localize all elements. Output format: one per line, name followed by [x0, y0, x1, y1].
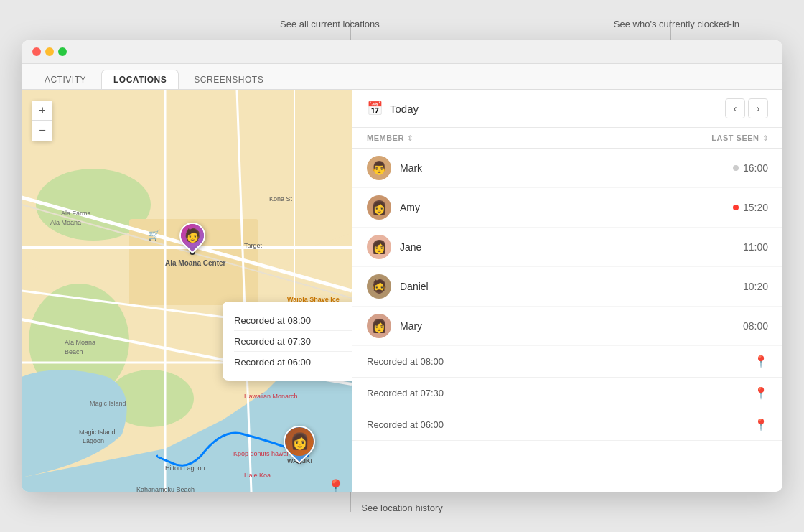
- marker-amy[interactable]: 👩: [284, 426, 315, 464]
- marker-green[interactable]: 📍: [326, 479, 345, 492]
- svg-text:Lagoon: Lagoon: [83, 437, 104, 444]
- marker-shop: 🛒: [148, 229, 160, 241]
- member-row-jane[interactable]: 👩 Jane 11:00: [352, 228, 782, 267]
- member-row-amy[interactable]: 👩 Amy 15:20: [352, 188, 782, 228]
- svg-text:Kahanamoku Beach: Kahanamoku Beach: [136, 486, 195, 492]
- map-popup: Recorded at 08:00 📍 Recorded at 07:30 📍 …: [223, 302, 352, 381]
- recorded-pin-3: 📍: [754, 418, 768, 431]
- svg-text:Target: Target: [244, 242, 263, 249]
- traffic-light-red[interactable]: [32, 47, 41, 56]
- zoom-in-button[interactable]: +: [32, 101, 52, 121]
- sort-icon-last-seen[interactable]: ⇕: [762, 134, 769, 142]
- main-content: Ala Farms Ala Moana Ala Moana Center Ala…: [22, 90, 782, 492]
- svg-text:Hale Koa: Hale Koa: [244, 472, 271, 479]
- recorded-label-1: Recorded at 08:00: [367, 356, 444, 367]
- popup-row-2[interactable]: Recorded at 07:30 📍: [234, 330, 352, 351]
- status-mark: [733, 165, 739, 171]
- right-panel: 📅 Today ‹ › MEMBER ⇕ LAST SEEN: [352, 90, 782, 492]
- time-daniel: 10:20: [743, 281, 768, 292]
- time-amy: 15:20: [733, 202, 768, 213]
- svg-text:Ala Moana: Ala Moana: [50, 219, 81, 226]
- tab-locations[interactable]: Locations: [101, 70, 179, 89]
- avatar-mark: 👨: [367, 156, 391, 180]
- time-mary: 08:00: [743, 320, 768, 332]
- popup-pin-1: 📍: [350, 314, 352, 326]
- avatar-amy: 👩: [367, 195, 391, 220]
- popup-row-1[interactable]: Recorded at 08:00 📍: [234, 310, 352, 330]
- today-label: Today: [390, 103, 419, 115]
- date-selector: 📅 Today: [367, 101, 419, 116]
- annotation-bottom: See location history: [361, 503, 442, 513]
- popup-row-3[interactable]: Recorded at 06:00 📍: [234, 351, 352, 372]
- svg-text:Beach: Beach: [65, 348, 83, 355]
- avatar-daniel: 🧔: [367, 274, 391, 299]
- members-table: 👨 Mark 16:00 👩 Amy 15:20: [352, 149, 782, 492]
- name-daniel: Daniel: [400, 281, 743, 292]
- svg-text:Kpop donuts hawaii: Kpop donuts hawaii: [233, 450, 290, 457]
- name-mark: Mark: [400, 162, 733, 174]
- name-amy: Amy: [400, 202, 733, 213]
- svg-text:Kona St: Kona St: [269, 195, 293, 202]
- avatar-jane: 👩: [367, 235, 391, 259]
- member-row-daniel[interactable]: 🧔 Daniel 10:20: [352, 267, 782, 307]
- member-row-mark[interactable]: 👨 Mark 16:00: [352, 149, 782, 188]
- annotation-top-right: See who's currently clocked-in: [614, 19, 739, 29]
- svg-text:Magic Island: Magic Island: [90, 400, 126, 407]
- sort-icon-member[interactable]: ⇕: [407, 134, 413, 142]
- svg-text:Ala Moana: Ala Moana: [65, 339, 95, 346]
- right-header: 📅 Today ‹ ›: [352, 90, 782, 128]
- name-mary: Mary: [400, 320, 743, 332]
- popup-pin-3: 📍: [350, 356, 352, 368]
- recorded-row-1[interactable]: Recorded at 08:00 📍: [352, 346, 782, 378]
- traffic-light-yellow[interactable]: [45, 47, 54, 56]
- recorded-label-3: Recorded at 06:00: [367, 419, 444, 430]
- traffic-light-green[interactable]: [58, 47, 67, 56]
- outer-wrapper: See all current locations See who's curr…: [22, 40, 782, 492]
- popup-label-3: Recorded at 06:00: [234, 357, 311, 368]
- time-mark: 16:00: [733, 162, 768, 174]
- next-button[interactable]: ›: [748, 98, 768, 118]
- tab-bar: ACTIVITY Locations Screenshots: [22, 64, 782, 90]
- svg-text:Hawaiian Monarch: Hawaiian Monarch: [244, 393, 298, 400]
- recorded-pin-1: 📍: [754, 355, 768, 368]
- nav-buttons: ‹ ›: [725, 98, 768, 118]
- title-bar: [22, 40, 782, 64]
- app-window: ACTIVITY Locations Screenshots: [22, 40, 782, 492]
- recorded-row-3[interactable]: Recorded at 06:00 📍: [352, 409, 782, 441]
- svg-text:Ala Farms: Ala Farms: [61, 210, 91, 217]
- recorded-pin-2: 📍: [754, 386, 768, 400]
- col-last-seen-header: LAST SEEN ⇕: [711, 134, 768, 142]
- zoom-out-button[interactable]: −: [32, 121, 52, 141]
- svg-text:Hilton Lagoon: Hilton Lagoon: [165, 465, 205, 472]
- svg-text:Magic Island: Magic Island: [79, 429, 116, 436]
- table-header: MEMBER ⇕ LAST SEEN ⇕: [352, 128, 782, 149]
- popup-label-2: Recorded at 07:30: [234, 336, 311, 347]
- calendar-icon: 📅: [367, 101, 383, 116]
- avatar-mary: 👩: [367, 314, 391, 338]
- tab-screenshots[interactable]: Screenshots: [182, 70, 276, 89]
- status-amy: [733, 205, 739, 210]
- recorded-row-2[interactable]: Recorded at 07:30 📍: [352, 378, 782, 409]
- recorded-label-2: Recorded at 07:30: [367, 388, 444, 398]
- annotation-top-left: See all current locations: [280, 19, 380, 29]
- svg-text:Ala Moana Center: Ala Moana Center: [165, 259, 226, 267]
- marker-1[interactable]: 🧑: [179, 223, 205, 255]
- col-member-header: MEMBER ⇕: [367, 134, 413, 142]
- tab-activity[interactable]: ACTIVITY: [32, 70, 98, 89]
- popup-label-1: Recorded at 08:00: [234, 315, 311, 326]
- name-jane: Jane: [400, 241, 743, 253]
- member-row-mary[interactable]: 👩 Mary 08:00: [352, 307, 782, 346]
- time-jane: 11:00: [743, 241, 768, 253]
- map-controls: + −: [32, 101, 52, 141]
- map-section: Ala Farms Ala Moana Ala Moana Center Ala…: [22, 90, 352, 492]
- popup-pin-2: 📍: [350, 335, 352, 347]
- prev-button[interactable]: ‹: [725, 98, 745, 118]
